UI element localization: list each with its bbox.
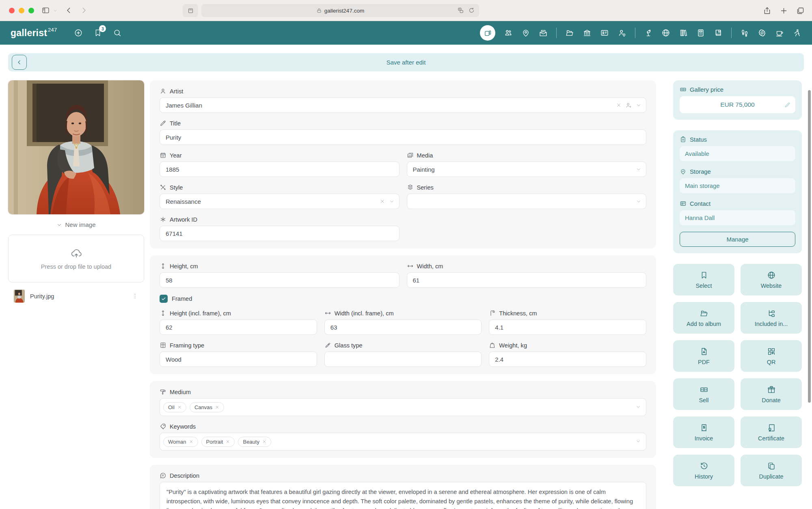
duplicate-button[interactable]: Duplicate [741,455,802,486]
remove-tag-icon[interactable] [177,404,182,410]
height-frame-input[interactable] [160,319,317,335]
history-button[interactable]: History [673,455,734,486]
series-select[interactable] [407,194,647,209]
zoom-window-button[interactable] [28,8,34,13]
app-logo[interactable]: gallerist247 [11,28,57,39]
edit-price-icon[interactable] [784,101,791,108]
new-tab-icon[interactable] [780,6,788,15]
sidebar-toggle-icon[interactable] [41,6,50,15]
chevron-down-icon[interactable] [635,404,641,410]
title-label: Title [170,120,181,127]
new-image-toggle[interactable]: New image [8,221,144,228]
width-input[interactable] [407,272,647,288]
width-frame-input[interactable] [324,319,482,335]
title-input[interactable] [160,129,646,145]
certificate-button[interactable]: Certificate [741,416,802,448]
gallery-price-label: Gallery price [690,86,723,93]
invoice-button[interactable]: Invoice [673,416,734,448]
manage-button[interactable]: Manage [680,232,795,247]
institution-icon[interactable] [583,28,592,37]
add-to-album-button[interactable]: Add to album [673,302,734,334]
footprints-icon[interactable] [740,28,749,37]
ledger-icon[interactable] [714,28,723,37]
website-button[interactable]: Website [741,264,802,295]
consignee-icon[interactable] [618,28,626,37]
file-row[interactable]: Purity.jpg [8,289,144,303]
person-add-icon[interactable] [625,102,632,109]
page-preview-button[interactable] [183,4,198,17]
sell-button[interactable]: Sell [673,378,734,410]
settings-icon[interactable] [758,28,767,37]
donate-button[interactable]: Donate [741,378,802,410]
minimize-window-button[interactable] [19,8,24,13]
cafe-icon[interactable] [775,28,784,37]
select-button[interactable]: Select [673,264,734,295]
pdf-button[interactable]: PDF [673,340,734,372]
chevron-down-icon[interactable] [636,102,641,108]
status-value[interactable]: Available [680,146,795,161]
checkbox-checked-icon[interactable] [160,295,168,303]
artist-input[interactable] [160,97,646,113]
library-icon[interactable] [679,28,688,37]
chevron-down-icon[interactable] [636,166,641,172]
artwork-image[interactable] [8,80,144,214]
storage-value[interactable]: Main storage [680,178,795,193]
bookmarks-icon[interactable]: 3 [93,28,102,37]
remove-tag-icon[interactable] [225,439,231,444]
locations-icon[interactable] [521,28,530,37]
remove-tag-icon[interactable] [261,439,267,444]
chevron-down-icon[interactable] [636,198,641,204]
close-window-button[interactable] [9,8,15,13]
thickness-input[interactable] [489,319,646,335]
translate-icon[interactable] [457,7,464,14]
globe-icon[interactable] [661,28,670,37]
clear-icon[interactable] [616,102,622,108]
scrollbar[interactable] [808,90,811,403]
media-select[interactable] [407,162,647,177]
year-input[interactable] [160,162,400,177]
glass-type-input[interactable] [324,352,482,367]
chevron-down-icon[interactable] [389,198,395,204]
asterisk-icon [160,216,166,223]
framing-type-input[interactable] [160,352,317,367]
remove-tag-icon[interactable] [214,404,220,410]
style-select[interactable] [160,194,400,209]
share-icon[interactable] [763,6,771,15]
mail-icon[interactable] [539,28,548,37]
medium-field[interactable]: Oil Canvas [160,398,646,416]
search-icon[interactable] [113,28,122,37]
page-icon [187,7,194,14]
id-card-icon[interactable] [600,28,609,37]
file-menu-icon[interactable] [130,291,140,301]
keywords-field[interactable]: Woman Portrait Beauty [160,433,646,451]
description-textarea[interactable]: "Purity" is a captivating artwork that f… [160,482,646,509]
artworks-icon[interactable] [480,25,495,41]
framed-checkbox[interactable]: Framed [160,295,646,303]
contact-value[interactable]: Hanna Dall [680,210,795,225]
save-after-edit-button[interactable]: Save after edit [8,59,804,66]
window-controls[interactable] [9,8,34,13]
weight-input[interactable] [489,352,646,367]
reload-icon[interactable] [468,7,475,14]
back-icon[interactable] [65,6,73,15]
contacts-icon[interactable] [504,28,513,37]
chevron-down-icon[interactable] [52,8,58,13]
file-dropzone[interactable]: Press or drop file to upload [8,235,144,283]
calculator-icon[interactable] [696,28,705,37]
clear-icon[interactable] [380,198,385,204]
qr-button[interactable]: QR [741,340,802,372]
included-in-button[interactable]: Included in... [741,302,802,334]
height-label: Height, cm [170,263,198,270]
gallery-price-value[interactable]: EUR 75,000 [680,96,795,113]
lamp-icon[interactable] [644,28,653,37]
forward-icon[interactable] [80,6,88,15]
address-bar[interactable]: gallerist247.com [201,4,479,17]
remove-tag-icon[interactable] [188,439,194,444]
folder-icon[interactable] [565,28,574,37]
height-input[interactable] [160,272,400,288]
chevron-down-icon[interactable] [635,438,641,444]
tabs-overview-icon[interactable] [796,6,805,15]
add-icon[interactable] [74,28,83,37]
artwork-id-input[interactable] [160,226,400,241]
exit-icon[interactable] [793,28,801,37]
